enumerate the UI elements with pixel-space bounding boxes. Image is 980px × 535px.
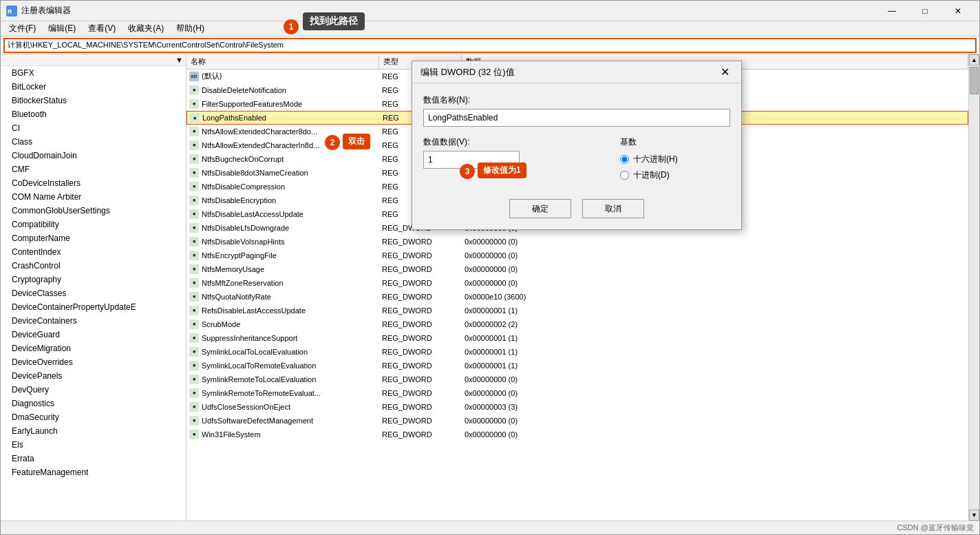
dialog-overlay: 编辑 DWORD (32 位)值 ✕ 数值名称(N): 数值数据(V): 基数 … (0, 0, 980, 535)
dialog-buttons: 确定 取消 (423, 199, 730, 218)
dialog-body: 数值名称(N): 数值数据(V): 基数 十六进制(H) 十进制(D) (412, 83, 741, 229)
base-section: 基数 十六进制(H) 十进制(D) (620, 136, 730, 185)
annotation-circle-1: 1 (284, 19, 299, 34)
radio-dec-row: 十进制(D) (620, 169, 730, 181)
radio-dec-label: 十进制(D) (633, 169, 670, 181)
radio-hex[interactable] (620, 155, 629, 164)
data-label: 数值数据(V): (423, 136, 606, 148)
cancel-button[interactable]: 取消 (582, 199, 644, 218)
radio-dec[interactable] (620, 171, 629, 180)
name-input[interactable] (423, 109, 730, 127)
name-label: 数值名称(N): (423, 94, 730, 106)
annotation-bubble-1: 找到此路径 (303, 12, 365, 30)
edit-dword-dialog: 编辑 DWORD (32 位)值 ✕ 数值名称(N): 数值数据(V): 基数 … (412, 61, 742, 230)
dialog-title-text: 编辑 DWORD (32 位)值 (420, 66, 515, 78)
dialog-title-bar: 编辑 DWORD (32 位)值 ✕ (412, 61, 741, 83)
ok-button[interactable]: 确定 (509, 199, 571, 218)
base-title: 基数 (620, 136, 730, 148)
annotation-circle-3: 3 (460, 164, 475, 179)
dialog-close-button[interactable]: ✕ (716, 64, 733, 81)
annotation-bubble-3: 修改值为1 (478, 162, 526, 178)
annotation-circle-2: 2 (325, 135, 340, 150)
radio-hex-row: 十六进制(H) (620, 154, 730, 165)
annotation-bubble-2: 双击 (343, 134, 370, 149)
radio-hex-label: 十六进制(H) (633, 154, 678, 165)
